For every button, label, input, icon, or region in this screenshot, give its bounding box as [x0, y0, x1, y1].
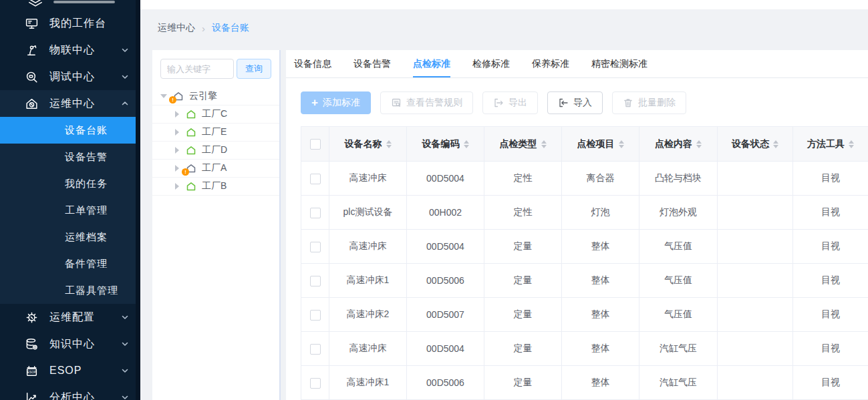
cell-device-code: 00H002	[407, 196, 484, 230]
sidebar-item-analysis-center[interactable]: 分析中心	[0, 384, 136, 400]
sidebar-item-spare-parts[interactable]: 备件管理	[0, 250, 136, 277]
cell-inspection-content: 灯泡外观	[639, 196, 718, 230]
sort-icon[interactable]	[541, 140, 547, 148]
export-button[interactable]: 导出	[482, 91, 538, 114]
sidebar-item-ops-archive[interactable]: 运维档案	[0, 224, 136, 250]
cell-inspection-content: 气压值	[639, 230, 718, 264]
tab-precision-test-standard[interactable]: 精密检测标准	[591, 50, 647, 77]
cell-inspection-item: 整体	[562, 298, 639, 332]
cell-inspection-content: 汽缸气压	[639, 366, 718, 400]
view-alarm-rules-button[interactable]: 查看告警规则	[380, 91, 473, 114]
row-checkbox-cell	[301, 162, 329, 196]
sidebar-subitem-label: 备件管理	[65, 258, 108, 270]
knowledge-database-icon	[24, 337, 39, 351]
column-header-label: 点检类型	[500, 138, 537, 150]
sort-icon[interactable]	[464, 140, 469, 148]
sidebar-item-debug-center[interactable]: 调试中心	[0, 63, 136, 90]
cell-inspection-type: 定量	[484, 298, 562, 332]
select-all-checkbox[interactable]	[310, 139, 321, 150]
cell-device-name: 高速冲床	[329, 332, 407, 366]
tab-device-info[interactable]: 设备信息	[294, 50, 331, 77]
sidebar-item-label: 调试中心	[49, 70, 95, 84]
sidebar-subitem-label: 工器具管理	[65, 284, 118, 297]
sort-icon[interactable]	[773, 140, 778, 148]
batch-delete-button[interactable]: 批量删除	[612, 91, 686, 114]
sidebar-item-my-tasks[interactable]: 我的任务	[0, 170, 136, 197]
tree-node-factory-d[interactable]: 工厂D	[152, 142, 279, 160]
tab-device-alarm[interactable]: 设备告警	[353, 50, 391, 77]
button-label: 添加标准	[323, 97, 360, 109]
tree-node-factory-b[interactable]: 工厂B	[152, 178, 279, 196]
cell-inspection-type: 定性	[484, 196, 562, 230]
iot-robot-arm-icon	[24, 43, 39, 57]
tree-collapse-caret-icon[interactable]	[175, 165, 179, 172]
sort-icon[interactable]	[619, 140, 624, 148]
cell-method-tool: 目视	[793, 230, 868, 264]
cell-device-code: 00D5004	[407, 230, 484, 264]
sidebar-item-iot-center[interactable]: 物联中心	[0, 37, 136, 63]
row-checkbox[interactable]	[310, 276, 321, 286]
plus-icon: +	[311, 97, 318, 108]
sidebar-item-ops-config[interactable]: 运维配置	[0, 304, 136, 331]
esop-icon: ESOP	[24, 364, 39, 378]
tree-collapse-caret-icon[interactable]	[175, 183, 179, 190]
sidebar-subitem-label: 设备告警	[65, 151, 108, 164]
toolbar: + 添加标准 查看告警规则 导出 导入 批量删除	[301, 91, 686, 114]
chevron-down-icon	[121, 313, 129, 321]
sort-icon[interactable]	[386, 140, 392, 148]
cell-device-code: 00D5006	[407, 264, 484, 298]
app-root: 我的工作台 物联中心 调试中心	[0, 0, 868, 400]
tree-node-factory-c[interactable]: 工厂C	[152, 106, 279, 124]
cell-device-name: 高速冲床	[329, 230, 407, 264]
tree-node-factory-a[interactable]: 工厂A	[152, 160, 279, 178]
config-gear-icon	[24, 311, 39, 325]
cell-inspection-item: 整体	[562, 230, 639, 264]
row-checkbox[interactable]	[310, 208, 321, 218]
add-standard-button[interactable]: + 添加标准	[301, 91, 371, 114]
tab-maintenance-standard[interactable]: 保养标准	[532, 50, 569, 77]
tree-expand-caret-icon[interactable]	[160, 94, 167, 98]
import-button[interactable]: 导入	[547, 91, 603, 114]
row-checkbox[interactable]	[310, 310, 321, 321]
sidebar-item-label: 物联中心	[49, 43, 95, 57]
tree-collapse-caret-icon[interactable]	[175, 111, 179, 118]
row-checkbox[interactable]	[310, 378, 321, 389]
row-checkbox[interactable]	[310, 344, 321, 355]
row-checkbox-cell	[301, 298, 329, 332]
breadcrumb-parent[interactable]: 运维中心	[158, 22, 195, 34]
sidebar-item-device-ledger[interactable]: 设备台账	[0, 117, 136, 144]
table-row: 高速冲床1 00D5006 定量 整体 气压值 目视	[301, 264, 868, 298]
sidebar-item-knowledge-center[interactable]: 知识中心	[0, 331, 136, 357]
tree-search-input[interactable]	[160, 59, 234, 79]
logo-diamond-icon	[27, 0, 44, 11]
tree-node-root[interactable]: 云引擎	[152, 87, 279, 106]
row-checkbox[interactable]	[310, 242, 321, 252]
cell-inspection-type: 定量	[484, 230, 562, 264]
row-checkbox[interactable]	[310, 174, 321, 184]
sidebar-item-device-alarm[interactable]: 设备告警	[0, 144, 136, 170]
sidebar-item-work-orders[interactable]: 工单管理	[0, 197, 136, 224]
cell-method-tool: 目视	[793, 196, 868, 230]
sort-icon[interactable]	[696, 140, 702, 148]
tab-repair-standard[interactable]: 检修标准	[472, 50, 510, 77]
sidebar-scrollbar[interactable]	[136, 0, 140, 400]
tree-collapse-caret-icon[interactable]	[175, 147, 179, 154]
sidebar-item-workbench[interactable]: 我的工作台	[0, 10, 136, 37]
column-header-label: 方法工具	[807, 138, 845, 150]
sort-icon[interactable]	[849, 140, 854, 148]
tab-inspection-standard[interactable]: 点检标准	[413, 50, 450, 77]
cell-inspection-item: 整体	[562, 332, 639, 366]
tree-search-button[interactable]: 查询	[237, 59, 271, 79]
sidebar-item-esop[interactable]: ESOP ESOP	[0, 357, 136, 384]
table-row: 高速冲床 00D5004 定性 离合器 凸轮与档块 目视	[301, 162, 868, 196]
tree-collapse-caret-icon[interactable]	[175, 129, 179, 136]
export-icon	[493, 97, 504, 108]
cell-device-status	[718, 230, 793, 264]
column-header-label: 点检内容	[655, 138, 692, 150]
cell-device-status	[718, 332, 793, 366]
cell-device-name: 高速冲床1	[329, 264, 407, 298]
sidebar-item-ops-center[interactable]: 运维中心	[0, 90, 136, 117]
tree-node-factory-e[interactable]: 工厂E	[152, 124, 279, 142]
sidebar-item-tool-management[interactable]: 工器具管理	[0, 277, 136, 304]
cell-method-tool: 目视	[793, 298, 868, 332]
